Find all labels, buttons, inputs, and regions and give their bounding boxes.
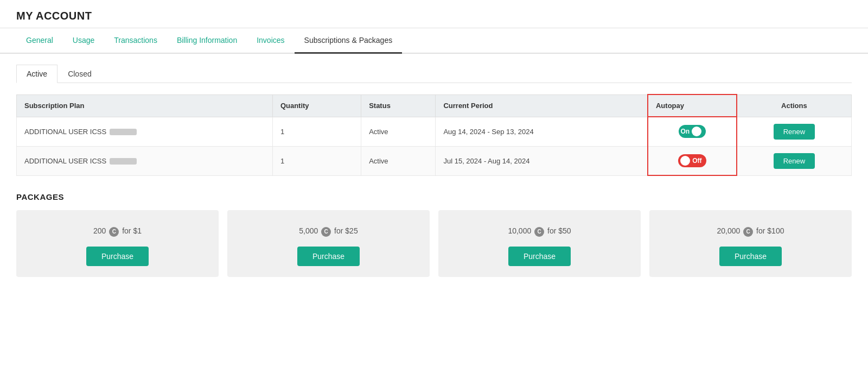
package-card: 10,000 C for $50Purchase (438, 210, 641, 277)
toggle-circle (680, 156, 690, 166)
plan-detail-blurred (110, 158, 137, 165)
table-header-quantity: Quantity (272, 94, 361, 117)
package-card: 20,000 C for $100Purchase (649, 210, 852, 277)
tab-subscriptions-and-packages[interactable]: Subscriptions & Packages (295, 28, 403, 54)
table-header-actions: Actions (737, 94, 852, 117)
cell-actions: Renew (737, 117, 852, 146)
autopay-toggle-on[interactable]: On (679, 125, 706, 138)
packages-title: PACKAGES (16, 192, 852, 201)
sub-tab-closed[interactable]: Closed (58, 65, 102, 83)
tab-transactions[interactable]: Transactions (104, 28, 167, 54)
table-header-current-period: Current Period (436, 94, 648, 117)
cell-period: Aug 14, 2024 - Sep 13, 2024 (436, 117, 648, 146)
table-header-status: Status (361, 94, 436, 117)
plan-name: ADDITIONAL USER ICSS (24, 157, 106, 165)
cell-quantity: 1 (272, 117, 361, 146)
cell-status: Active (361, 146, 436, 175)
table-row: ADDITIONAL USER ICSS1ActiveJul 15, 2024 … (17, 146, 852, 175)
content-area: ActiveClosed Subscription PlanQuantitySt… (0, 54, 868, 288)
toggle-circle (692, 127, 701, 136)
packages-grid: 200 C for $1Purchase5,000 C for $25Purch… (16, 210, 852, 277)
toggle-label: On (681, 128, 690, 135)
cell-autopay: On (648, 117, 737, 146)
cell-actions: Renew (737, 146, 852, 175)
sub-tab-active[interactable]: Active (16, 65, 58, 83)
credit-icon: C (321, 227, 331, 237)
cell-autopay: Off (648, 146, 737, 175)
page-wrapper: MY ACCOUNT GeneralUsageTransactionsBilli… (0, 0, 868, 288)
renew-button[interactable]: Renew (774, 124, 815, 140)
credit-icon: C (534, 227, 544, 237)
credit-icon: C (743, 227, 753, 237)
purchase-button[interactable]: Purchase (297, 247, 360, 266)
credit-icon: C (109, 227, 119, 237)
toggle-label: Off (692, 157, 701, 165)
tab-invoices[interactable]: Invoices (247, 28, 294, 54)
cell-status: Active (361, 117, 436, 146)
tabs-nav: GeneralUsageTransactionsBilling Informat… (0, 28, 868, 54)
sub-tabs: ActiveClosed (16, 65, 852, 83)
package-label: 200 C for $1 (93, 226, 142, 237)
autopay-toggle-off[interactable]: Off (678, 154, 706, 167)
tab-general[interactable]: General (16, 28, 63, 54)
page-header: MY ACCOUNT (0, 0, 868, 28)
tab-billing-information[interactable]: Billing Information (167, 28, 247, 54)
page-title: MY ACCOUNT (16, 10, 852, 22)
cell-quantity: 1 (272, 146, 361, 175)
purchase-button[interactable]: Purchase (86, 247, 149, 266)
cell-plan: ADDITIONAL USER ICSS (17, 146, 273, 175)
table-row: ADDITIONAL USER ICSS1ActiveAug 14, 2024 … (17, 117, 852, 146)
cell-plan: ADDITIONAL USER ICSS (17, 117, 273, 146)
table-header-row: Subscription PlanQuantityStatusCurrent P… (17, 94, 852, 117)
table-header-subscription-plan: Subscription Plan (17, 94, 273, 117)
tab-usage[interactable]: Usage (63, 28, 104, 54)
renew-button[interactable]: Renew (774, 153, 815, 169)
table-body: ADDITIONAL USER ICSS1ActiveAug 14, 2024 … (17, 117, 852, 175)
purchase-button[interactable]: Purchase (719, 247, 782, 266)
cell-period: Jul 15, 2024 - Aug 14, 2024 (436, 146, 648, 175)
plan-detail-blurred (110, 129, 137, 135)
subscription-table: Subscription PlanQuantityStatusCurrent P… (16, 94, 852, 176)
purchase-button[interactable]: Purchase (508, 247, 571, 266)
package-label: 20,000 C for $100 (717, 226, 784, 237)
table-header-autopay: Autopay (648, 94, 737, 117)
package-label: 5,000 C for $25 (299, 226, 358, 237)
package-card: 5,000 C for $25Purchase (227, 210, 430, 277)
package-label: 10,000 C for $50 (508, 226, 571, 237)
package-card: 200 C for $1Purchase (16, 210, 219, 277)
plan-name: ADDITIONAL USER ICSS (24, 128, 106, 136)
